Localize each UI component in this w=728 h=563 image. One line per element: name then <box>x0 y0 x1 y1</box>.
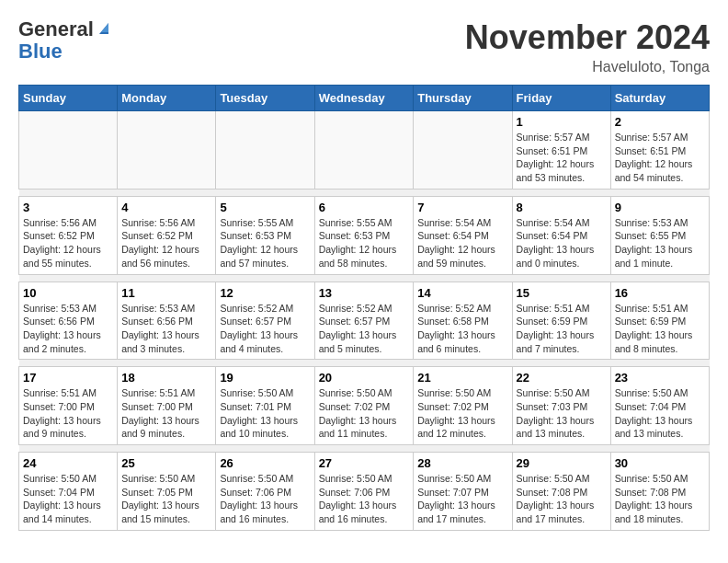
calendar-cell: 10Sunrise: 5:53 AM Sunset: 6:56 PM Dayli… <box>19 282 118 360</box>
day-info: Sunrise: 5:51 AM Sunset: 7:00 PM Dayligh… <box>23 386 113 441</box>
weekday-header-saturday: Saturday <box>610 86 709 111</box>
calendar-cell: 18Sunrise: 5:51 AM Sunset: 7:00 PM Dayli… <box>118 367 216 445</box>
calendar-cell: 9Sunrise: 5:53 AM Sunset: 6:55 PM Daylig… <box>610 196 709 274</box>
day-number: 2 <box>615 115 705 129</box>
day-number: 13 <box>319 286 410 300</box>
calendar-cell: 21Sunrise: 5:50 AM Sunset: 7:02 PM Dayli… <box>414 367 512 445</box>
day-info: Sunrise: 5:50 AM Sunset: 7:07 PM Dayligh… <box>417 472 507 526</box>
day-number: 16 <box>615 286 705 300</box>
calendar-cell: 22Sunrise: 5:50 AM Sunset: 7:03 PM Dayli… <box>512 367 610 445</box>
day-info: Sunrise: 5:50 AM Sunset: 7:08 PM Dayligh… <box>615 472 705 526</box>
calendar-week-row: 10Sunrise: 5:53 AM Sunset: 6:56 PM Dayli… <box>19 282 710 360</box>
page-header: General Blue November 2024 Haveluloto, T… <box>18 18 710 75</box>
day-number: 11 <box>121 286 211 300</box>
calendar-cell: 26Sunrise: 5:50 AM Sunset: 7:06 PM Dayli… <box>216 453 314 531</box>
day-number: 5 <box>220 201 310 214</box>
weekday-header-friday: Friday <box>512 86 610 111</box>
calendar-week-row: 17Sunrise: 5:51 AM Sunset: 7:00 PM Dayli… <box>19 367 710 445</box>
calendar-cell <box>314 111 414 190</box>
calendar-cell: 25Sunrise: 5:50 AM Sunset: 7:05 PM Dayli… <box>118 453 216 531</box>
day-info: Sunrise: 5:50 AM Sunset: 7:03 PM Dayligh… <box>517 386 607 441</box>
week-separator <box>19 360 710 367</box>
weekday-header-wednesday: Wednesday <box>314 86 414 111</box>
calendar-cell <box>19 111 118 190</box>
day-number: 17 <box>23 371 113 385</box>
calendar-cell: 14Sunrise: 5:52 AM Sunset: 6:58 PM Dayli… <box>414 282 512 360</box>
calendar-table: SundayMondayTuesdayWednesdayThursdayFrid… <box>18 85 710 531</box>
day-number: 4 <box>121 201 211 214</box>
calendar-cell: 8Sunrise: 5:54 AM Sunset: 6:54 PM Daylig… <box>512 196 610 274</box>
calendar-cell: 13Sunrise: 5:52 AM Sunset: 6:57 PM Dayli… <box>314 282 414 360</box>
day-info: Sunrise: 5:50 AM Sunset: 7:02 PM Dayligh… <box>417 386 507 441</box>
day-info: Sunrise: 5:56 AM Sunset: 6:52 PM Dayligh… <box>23 216 113 270</box>
calendar-cell: 3Sunrise: 5:56 AM Sunset: 6:52 PM Daylig… <box>19 196 118 274</box>
day-info: Sunrise: 5:52 AM Sunset: 6:57 PM Dayligh… <box>220 302 310 356</box>
day-info: Sunrise: 5:55 AM Sunset: 6:53 PM Dayligh… <box>319 216 410 270</box>
day-number: 10 <box>23 286 113 300</box>
weekday-header-monday: Monday <box>118 86 216 111</box>
logo-blue: Blue <box>18 40 63 63</box>
calendar-cell: 2Sunrise: 5:57 AM Sunset: 6:51 PM Daylig… <box>610 111 709 190</box>
day-info: Sunrise: 5:52 AM Sunset: 6:57 PM Dayligh… <box>319 302 410 356</box>
day-number: 15 <box>517 286 607 300</box>
day-number: 23 <box>615 371 705 385</box>
day-info: Sunrise: 5:53 AM Sunset: 6:56 PM Dayligh… <box>121 302 211 356</box>
calendar-cell: 23Sunrise: 5:50 AM Sunset: 7:04 PM Dayli… <box>610 367 709 445</box>
calendar-cell: 15Sunrise: 5:51 AM Sunset: 6:59 PM Dayli… <box>512 282 610 360</box>
weekday-header-tuesday: Tuesday <box>216 86 314 111</box>
day-info: Sunrise: 5:52 AM Sunset: 6:58 PM Dayligh… <box>417 302 507 356</box>
day-info: Sunrise: 5:50 AM Sunset: 7:08 PM Dayligh… <box>517 472 607 526</box>
logo: General Blue <box>18 18 112 63</box>
calendar-cell: 4Sunrise: 5:56 AM Sunset: 6:52 PM Daylig… <box>118 196 216 274</box>
day-info: Sunrise: 5:50 AM Sunset: 7:05 PM Dayligh… <box>121 472 211 526</box>
day-info: Sunrise: 5:50 AM Sunset: 7:06 PM Dayligh… <box>220 472 310 526</box>
day-info: Sunrise: 5:57 AM Sunset: 6:51 PM Dayligh… <box>615 131 705 185</box>
calendar-cell: 28Sunrise: 5:50 AM Sunset: 7:07 PM Dayli… <box>414 453 512 531</box>
calendar-cell <box>216 111 314 190</box>
calendar-cell: 30Sunrise: 5:50 AM Sunset: 7:08 PM Dayli… <box>610 453 709 531</box>
day-info: Sunrise: 5:53 AM Sunset: 6:56 PM Dayligh… <box>23 302 113 356</box>
week-separator <box>19 445 710 453</box>
day-info: Sunrise: 5:54 AM Sunset: 6:54 PM Dayligh… <box>417 216 507 270</box>
day-info: Sunrise: 5:50 AM Sunset: 7:06 PM Dayligh… <box>319 472 410 526</box>
day-number: 28 <box>417 456 507 470</box>
day-info: Sunrise: 5:53 AM Sunset: 6:55 PM Dayligh… <box>615 216 705 270</box>
day-number: 26 <box>220 456 310 470</box>
calendar-cell <box>118 111 216 190</box>
calendar-cell: 24Sunrise: 5:50 AM Sunset: 7:04 PM Dayli… <box>19 453 118 531</box>
weekday-header-thursday: Thursday <box>414 86 512 111</box>
calendar-cell: 6Sunrise: 5:55 AM Sunset: 6:53 PM Daylig… <box>314 196 414 274</box>
day-number: 25 <box>121 456 211 470</box>
day-info: Sunrise: 5:56 AM Sunset: 6:52 PM Dayligh… <box>121 216 211 270</box>
location-title: Haveluloto, Tonga <box>465 59 710 75</box>
day-number: 20 <box>319 371 410 385</box>
day-number: 12 <box>220 286 310 300</box>
calendar-week-row: 3Sunrise: 5:56 AM Sunset: 6:52 PM Daylig… <box>19 196 710 274</box>
day-number: 30 <box>615 456 705 470</box>
day-number: 7 <box>417 201 507 214</box>
day-number: 22 <box>517 371 607 385</box>
day-info: Sunrise: 5:50 AM Sunset: 7:04 PM Dayligh… <box>615 386 705 441</box>
day-info: Sunrise: 5:50 AM Sunset: 7:04 PM Dayligh… <box>23 472 113 526</box>
day-number: 6 <box>319 201 410 214</box>
month-title: November 2024 <box>465 18 710 57</box>
calendar-week-row: 1Sunrise: 5:57 AM Sunset: 6:51 PM Daylig… <box>19 111 710 190</box>
calendar-cell: 20Sunrise: 5:50 AM Sunset: 7:02 PM Dayli… <box>314 367 414 445</box>
day-number: 14 <box>417 286 507 300</box>
day-number: 18 <box>121 371 211 385</box>
day-number: 3 <box>23 201 113 214</box>
calendar-cell: 7Sunrise: 5:54 AM Sunset: 6:54 PM Daylig… <box>414 196 512 274</box>
calendar-cell: 17Sunrise: 5:51 AM Sunset: 7:00 PM Dayli… <box>19 367 118 445</box>
day-info: Sunrise: 5:50 AM Sunset: 7:01 PM Dayligh… <box>220 386 310 441</box>
calendar-cell <box>414 111 512 190</box>
calendar-cell: 19Sunrise: 5:50 AM Sunset: 7:01 PM Dayli… <box>216 367 314 445</box>
calendar-cell: 1Sunrise: 5:57 AM Sunset: 6:51 PM Daylig… <box>512 111 610 190</box>
day-info: Sunrise: 5:50 AM Sunset: 7:02 PM Dayligh… <box>319 386 410 441</box>
calendar-cell: 27Sunrise: 5:50 AM Sunset: 7:06 PM Dayli… <box>314 453 414 531</box>
weekday-header-row: SundayMondayTuesdayWednesdayThursdayFrid… <box>19 86 710 111</box>
calendar-cell: 11Sunrise: 5:53 AM Sunset: 6:56 PM Dayli… <box>118 282 216 360</box>
day-info: Sunrise: 5:51 AM Sunset: 6:59 PM Dayligh… <box>517 302 607 356</box>
calendar-cell: 29Sunrise: 5:50 AM Sunset: 7:08 PM Dayli… <box>512 453 610 531</box>
day-info: Sunrise: 5:51 AM Sunset: 6:59 PM Dayligh… <box>615 302 705 356</box>
day-number: 29 <box>517 456 607 470</box>
